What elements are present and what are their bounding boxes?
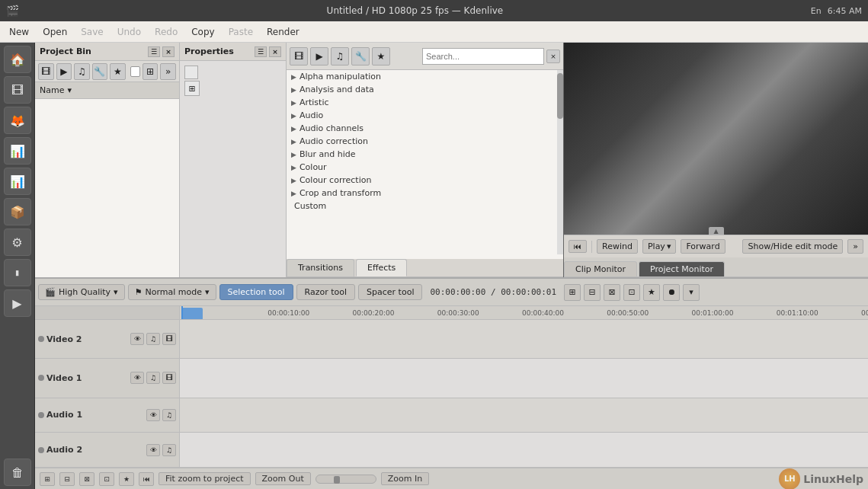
zoom-slider-thumb[interactable] [334,476,340,484]
properties-close-button[interactable]: × [269,46,281,57]
dock-software-button[interactable]: 📦 [4,198,31,225]
effects-tb-close-search[interactable]: × [546,50,560,63]
track-audio2-eye-btn[interactable]: 👁 [146,444,160,456]
monitor-expand-handle[interactable]: ▲ [709,227,724,235]
tl-bottom-btn2[interactable]: ⊟ [59,472,75,486]
tl-marker-btn[interactable]: ⏺ [663,284,680,301]
track-lane-video2[interactable] [180,320,868,359]
bin-audio-button[interactable]: ♫ [74,63,90,80]
tab-transitions[interactable]: Transitions [287,259,354,276]
effect-cat-custom[interactable]: Custom [287,200,563,213]
effects-tb-star[interactable]: ★ [372,47,390,66]
effect-cat-analysis[interactable]: ▶ Analysis and data [287,83,563,96]
track-video1-audio-btn[interactable]: ♫ [146,372,160,384]
menu-paste[interactable]: Paste [223,25,259,39]
dock-terminal-button[interactable]: ▮ [4,259,31,286]
dock-settings-button[interactable]: ⚙ [4,229,31,256]
track-lock-icon[interactable] [38,447,44,453]
dock-home-button[interactable]: 🏠 [4,46,31,73]
dock-arrow-button[interactable]: ▶ [4,289,31,317]
menu-undo[interactable]: Undo [111,25,147,39]
project-bin-close-button[interactable]: × [162,46,175,57]
menu-open[interactable]: Open [37,25,73,39]
track-video2-eye-btn[interactable]: 👁 [130,333,144,345]
tab-effects[interactable]: Effects [356,259,407,276]
tab-clip-monitor[interactable]: Clip Monitor [564,261,637,276]
effects-tb-filmstrip[interactable]: 🎞 [290,47,308,66]
track-lane-audio2[interactable] [180,433,868,468]
tl-bottom-btn6[interactable]: ⏮ [139,472,154,486]
track-lock-icon[interactable] [38,412,44,418]
tl-lift-btn[interactable]: ⊠ [604,284,620,301]
dock-clip-button[interactable]: 🎞 [4,76,31,104]
selection-tool-button[interactable]: Selection tool [219,284,293,300]
tl-insert-btn[interactable]: ⊞ [564,284,581,301]
effect-cat-colour[interactable]: ▶ Colour [287,161,563,174]
effect-cat-artistic[interactable]: ▶ Artistic [287,96,563,109]
track-lock-icon[interactable] [38,336,44,342]
zoom-slider[interactable] [315,475,376,484]
show-hide-edit-button[interactable]: Show/Hide edit mode [742,239,843,254]
menu-copy[interactable]: Copy [185,25,220,39]
effect-cat-colour-correction[interactable]: ▶ Colour correction [287,174,563,187]
properties-menu-button[interactable]: ☰ [255,46,267,57]
play-button[interactable]: Play ▾ [642,239,676,254]
menu-render[interactable]: Render [261,25,306,39]
effects-search-input[interactable] [422,48,544,65]
effects-tb-settings[interactable]: 🔧 [351,47,370,66]
bin-star-button[interactable]: ★ [110,63,126,80]
properties-grid-btn[interactable]: ⊞ [184,81,200,96]
tab-project-monitor[interactable]: Project Monitor [639,261,725,276]
effects-tb-video[interactable]: ▶ [310,47,328,66]
bin-checkbox-button[interactable] [130,66,140,77]
quality-dropdown[interactable]: 🎬 High Quality ▾ [38,284,125,300]
mode-dropdown[interactable]: ⚑ Normal mode ▾ [128,284,216,300]
dock-present-button[interactable]: 📊 [4,168,31,195]
track-lane-audio1[interactable] [180,398,868,433]
monitor-more-button[interactable]: » [847,239,863,254]
menu-new[interactable]: New [3,25,35,39]
tl-bottom-btn5[interactable]: ★ [119,472,134,486]
effects-scrollbar[interactable] [557,70,563,254]
dock-calc-button[interactable]: 📊 [4,137,31,165]
effects-tb-audio[interactable]: ♫ [331,47,349,66]
track-audio1-audio-btn[interactable]: ♫ [162,409,176,421]
fit-zoom-button[interactable]: Fit zoom to project [159,472,251,485]
rewind-button[interactable]: ⏮ [569,240,587,253]
zoom-out-button[interactable]: Zoom Out [255,472,311,485]
spacer-tool-button[interactable]: Spacer tool [358,284,422,300]
rewind-label[interactable]: Rewind [597,239,638,254]
effect-cat-audio-channels[interactable]: ▶ Audio channels [287,122,563,135]
effect-cat-blur[interactable]: ▶ Blur and hide [287,148,563,161]
menu-save[interactable]: Save [75,25,109,39]
effect-cat-crop[interactable]: ▶ Crop and transform [287,187,563,200]
bin-filmstrip-button[interactable]: 🎞 [38,63,54,80]
tl-bottom-btn4[interactable]: ⊡ [99,472,114,486]
track-video2-audio-btn[interactable]: ♫ [146,333,160,345]
tl-overwrite-btn[interactable]: ⊟ [584,284,601,301]
track-lane-video1[interactable] [180,359,868,398]
tl-more-btn[interactable]: ▾ [683,284,700,301]
effect-cat-audio[interactable]: ▶ Audio [287,109,563,122]
tl-extract-btn[interactable]: ⊡ [623,284,640,301]
zoom-in-button[interactable]: Zoom In [381,472,429,485]
bin-settings-button[interactable]: 🔧 [92,63,108,80]
track-video1-eye-btn[interactable]: 👁 [130,372,144,384]
effects-scrollbar-thumb[interactable] [557,73,563,119]
effect-cat-audio-correction[interactable]: ▶ Audio correction [287,135,563,148]
track-video1-film-btn[interactable]: 🎞 [162,372,176,384]
forward-button[interactable]: Forward [681,239,725,254]
track-lock-icon[interactable] [38,375,44,381]
bin-file-list[interactable] [35,99,179,277]
effect-cat-alpha[interactable]: ▶ Alpha manipulation [287,70,563,83]
bin-arrow-button[interactable]: » [160,63,176,80]
properties-checkbox[interactable] [184,66,198,79]
dock-browser-button[interactable]: 🦊 [4,107,31,134]
tl-star-btn[interactable]: ★ [643,284,660,301]
bin-expand-button[interactable]: ⊞ [143,63,159,80]
tl-bottom-btn3[interactable]: ⊠ [79,472,94,486]
tl-bottom-btn1[interactable]: ⊞ [40,472,55,486]
track-audio2-audio-btn[interactable]: ♫ [162,444,176,456]
track-audio1-eye-btn[interactable]: 👁 [146,409,160,421]
dock-trash-button[interactable]: 🗑 [4,459,31,486]
